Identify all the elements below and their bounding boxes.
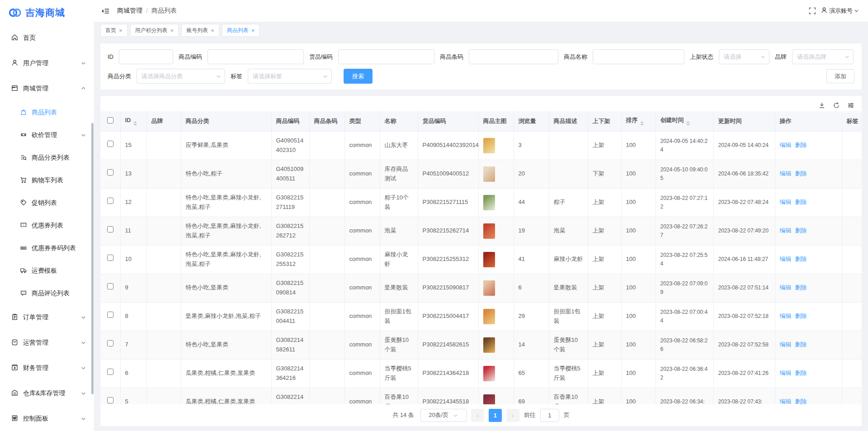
sidebar-item-warehouse-management[interactable]: 仓库&库存管理 (0, 381, 94, 406)
sidebar-item-mall-management[interactable]: 商城管理 (0, 76, 94, 101)
edit-link[interactable]: 编辑 (780, 341, 792, 348)
sidebar-item-coupon-list[interactable]: 优惠券列表 (0, 214, 94, 237)
col-id[interactable]: ID (120, 111, 146, 131)
delete-link[interactable]: 删除 (795, 369, 807, 376)
delete-link[interactable]: 删除 (795, 313, 807, 319)
breadcrumb-parent[interactable]: 商城管理 (117, 7, 142, 15)
goto-page-input[interactable] (540, 409, 559, 422)
row-checkbox[interactable] (107, 141, 113, 147)
column-settings-icon[interactable] (847, 102, 854, 109)
edit-link[interactable]: 编辑 (780, 227, 792, 234)
delete-link[interactable]: 删除 (795, 341, 807, 348)
table-row: 7特色小吃,坚果类G3082214582611common蛋黄酥10个装P308… (100, 331, 862, 359)
close-icon[interactable]: × (119, 28, 123, 33)
sidebar-item-control-panel[interactable]: 控制面板 (0, 406, 94, 431)
product-image[interactable] (483, 366, 495, 381)
sort-icon[interactable] (686, 121, 690, 126)
sidebar-item-cart-list[interactable]: 购物车列表 (0, 169, 94, 192)
next-page-button[interactable]: › (506, 409, 519, 422)
product-image[interactable] (483, 337, 495, 353)
page-number-1[interactable]: 1 (489, 409, 502, 422)
product-image[interactable] (483, 138, 495, 153)
delete-link[interactable]: 删除 (795, 256, 807, 262)
filter-id-input[interactable] (119, 49, 173, 64)
product-image[interactable] (483, 252, 495, 267)
fullscreen-icon[interactable] (809, 7, 816, 14)
close-icon[interactable]: × (251, 28, 255, 33)
row-checkbox[interactable] (107, 340, 113, 346)
edit-link[interactable]: 编辑 (780, 369, 792, 376)
edit-link[interactable]: 编辑 (780, 142, 792, 148)
row-checkbox[interactable] (107, 169, 113, 175)
filter-category-select[interactable]: 请选择商品分类 (137, 69, 225, 84)
delete-link[interactable]: 删除 (795, 199, 807, 205)
product-image[interactable] (483, 166, 495, 182)
edit-link[interactable]: 编辑 (780, 398, 792, 404)
sidebar-item-review-list[interactable]: 商品评论列表 (0, 282, 94, 305)
product-image[interactable] (483, 223, 495, 239)
row-checkbox[interactable] (107, 283, 113, 289)
filter-item-code-input[interactable] (338, 49, 434, 64)
filter-product-code-input[interactable] (208, 49, 304, 64)
delete-link[interactable]: 删除 (795, 284, 807, 291)
select-all-checkbox[interactable] (107, 117, 113, 123)
sidebar-item-promotion-list[interactable]: 促销列表 (0, 192, 94, 214)
tab-product-list[interactable]: 商品列表× (222, 24, 260, 37)
sidebar-item-user-management[interactable]: 用户管理 (0, 51, 94, 76)
row-checkbox[interactable] (107, 255, 113, 261)
col-sort[interactable]: 排序 (621, 111, 656, 131)
product-image[interactable] (483, 394, 495, 405)
sidebar-item-order-management[interactable]: 订单管理 (0, 305, 94, 330)
product-image[interactable] (483, 280, 495, 296)
filter-brand-select[interactable]: 请选择品牌 (792, 49, 854, 64)
filter-status-select[interactable]: 请选择 (719, 49, 769, 64)
row-checkbox[interactable] (107, 226, 113, 232)
user-menu[interactable]: 演示账号 (821, 7, 859, 15)
search-button[interactable]: 搜索 (344, 69, 373, 84)
row-checkbox[interactable] (107, 369, 113, 375)
edit-link[interactable]: 编辑 (780, 284, 792, 291)
add-button[interactable]: 添加 (826, 69, 854, 83)
sidebar-item-coupon-code-list[interactable]: 优惠券券码列表 (0, 237, 94, 260)
page-size-select[interactable]: 20条/页 (420, 409, 467, 422)
filter-name-input[interactable] (593, 49, 684, 64)
sidebar-item-operations-management[interactable]: 运营管理 (0, 330, 94, 355)
sidebar-item-product-list[interactable]: 商品列表 (0, 101, 94, 124)
sidebar-item-shipping-template[interactable]: 运费模板 (0, 260, 94, 282)
row-checkbox[interactable] (107, 312, 113, 318)
sort-icon[interactable] (640, 121, 644, 126)
delete-link[interactable]: 删除 (795, 170, 807, 177)
brand-logo[interactable]: 吉海商城 (0, 0, 94, 25)
delete-link[interactable]: 删除 (795, 227, 807, 234)
close-icon[interactable]: × (211, 28, 214, 33)
col-created-time[interactable]: 创建时间 (656, 111, 713, 131)
tab-account-list[interactable]: 账号列表× (181, 24, 219, 37)
row-checkbox[interactable] (107, 397, 113, 403)
sidebar-scrollbar[interactable] (91, 123, 94, 394)
tab-user-points-list[interactable]: 用户积分列表× (130, 24, 179, 37)
prev-page-button[interactable]: ‹ (471, 409, 484, 422)
product-image[interactable] (483, 195, 495, 210)
delete-link[interactable]: 删除 (795, 142, 807, 148)
edit-link[interactable]: 编辑 (780, 256, 792, 262)
download-icon[interactable] (818, 102, 826, 109)
sort-icon[interactable] (133, 121, 137, 126)
sidebar-collapse-icon[interactable] (101, 7, 110, 15)
edit-link[interactable]: 编辑 (780, 199, 792, 205)
filter-tag-select[interactable]: 请选择标签 (248, 69, 332, 84)
close-icon[interactable]: × (170, 28, 174, 33)
tab-home[interactable]: 首页× (100, 24, 127, 37)
cell-category: 坚果类,麻辣小龙虾,泡菜,粽子 (181, 302, 271, 331)
sidebar-item-home[interactable]: 首页 (0, 25, 94, 51)
filter-barcode-input[interactable] (469, 49, 558, 64)
sidebar-item-finance-management[interactable]: 财务管理 (0, 355, 94, 381)
delete-link[interactable]: 删除 (795, 398, 807, 404)
row-checkbox[interactable] (107, 198, 113, 204)
cash-box-icon (11, 364, 19, 373)
refresh-icon[interactable] (833, 102, 840, 109)
sidebar-item-category-list[interactable]: 商品分类列表 (0, 147, 94, 169)
edit-link[interactable]: 编辑 (780, 313, 792, 319)
product-image[interactable] (483, 309, 495, 324)
edit-link[interactable]: 编辑 (780, 170, 792, 177)
sidebar-item-bargain-management[interactable]: 砍价管理 (0, 124, 94, 147)
